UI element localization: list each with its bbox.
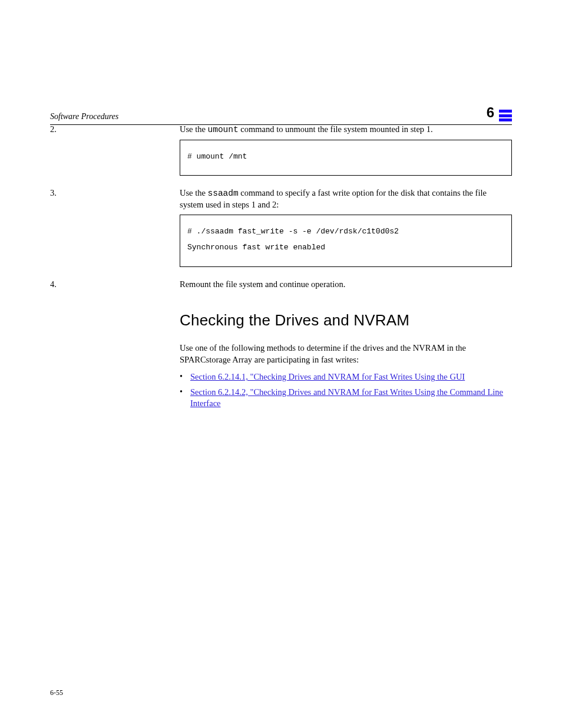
step-2-text-b: command to unmount the file system mount… [239,124,433,134]
bullet-1: Section 6.2.14.1, "Checking Drives and N… [180,371,512,383]
step-3-text-a: Use the [180,188,208,197]
step-3-label: 3. [50,188,57,197]
bullet-2-link[interactable]: Section 6.2.14.2, "Checking Drives and N… [190,387,503,409]
step-3: 3. Use the ssaadm command to specify a f… [50,187,512,271]
step-2-code: # umount /mnt [180,140,512,176]
bullet-2: Section 6.2.14.2, "Checking Drives and N… [180,387,512,410]
step-3-code: # ./ssaadm fast_write -s -e /dev/rdsk/c1… [180,215,512,267]
hamburger-icon [499,110,512,121]
step-2-text-a: Use the [180,124,208,134]
header-running-title: Software Procedures [50,111,118,123]
step-4-text-a: Remount the file system and continue ope… [180,279,345,289]
step-2-label: 2. [50,124,57,134]
page-number: 6-55 [50,688,63,697]
step-4-label: 4. [50,279,57,289]
bullet-1-link[interactable]: Section 6.2.14.1, "Checking Drives and N… [190,372,465,381]
subsection-title: Checking the Drives and NVRAM [180,310,512,331]
subsection: Checking the Drives and NVRAM Use one of… [50,310,512,410]
page-header: Software Procedures 6 [50,103,512,125]
step-2-cmd: umount [208,125,239,134]
step-2: 2. Use the umount command to unmount the… [50,124,512,179]
step-4: 4. Remount the file system and continue … [50,279,512,291]
step-3-cmd: ssaadm [208,189,239,198]
subsection-para: Use one of the following methods to dete… [180,342,512,365]
section-number: 6 [487,103,494,122]
